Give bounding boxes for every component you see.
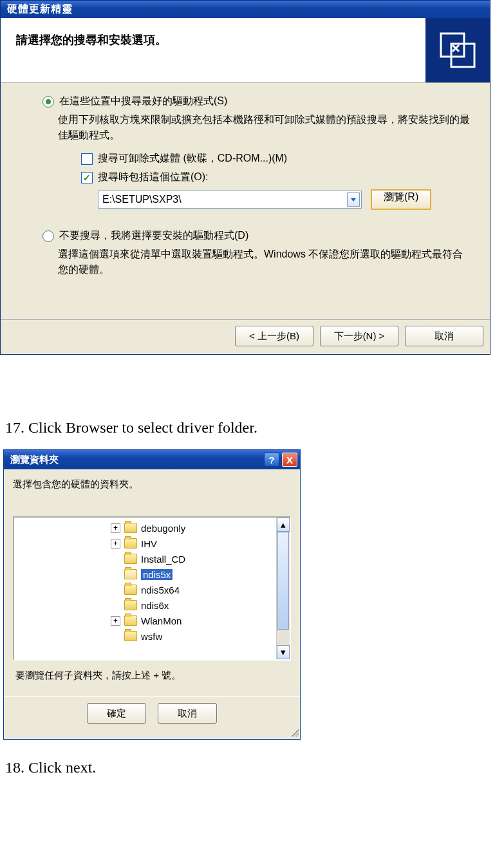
chevron-down-icon[interactable] [347, 192, 360, 207]
folder-icon [124, 615, 137, 626]
browse-footer: 確定 取消 [4, 696, 300, 727]
expand-icon[interactable]: + [111, 616, 120, 626]
folder-tree: +debugonly+IHVInstall_CDndis5xndis5x64nd… [13, 516, 291, 661]
ok-button[interactable]: 確定 [87, 703, 146, 724]
location-row: E:\SETUP\SXP3\ 瀏覽(R) [98, 189, 471, 210]
browse-button-label: 瀏覽(R) [384, 191, 418, 202]
tree-item[interactable]: ndis5x [111, 567, 275, 582]
cancel-button[interactable]: 取消 [405, 326, 483, 346]
tree-scrollbar[interactable]: ▴ ▾ [276, 518, 290, 659]
wizard-footer: < 上一步(B) 下一步(N) > 取消 [1, 319, 490, 354]
wizard-title: 硬體更新精靈 [7, 3, 73, 14]
location-value: E:\SETUP\SXP3\ [102, 194, 182, 205]
folder-icon [124, 569, 137, 579]
step-17-text: 17. Click Browser to select driver folde… [5, 419, 504, 436]
browse-title-bar[interactable]: 瀏覽資料夾 ? X [4, 450, 300, 469]
grip-icon [290, 727, 299, 736]
browse-folder-dialog: 瀏覽資料夾 ? X 選擇包含您的硬體的資料夾。 +debugonly+IHVIn… [3, 449, 301, 740]
wizard-body: 在這些位置中搜尋最好的驅動程式(S) 使用下列核取方塊來限制或擴充包括本機路徑和… [1, 83, 490, 319]
radio-search-desc: 使用下列核取方塊來限制或擴充包括本機路徑和可卸除式媒體的預設搜尋，將安裝找到的最… [58, 112, 471, 143]
radio-manual-select[interactable]: 不要搜尋，我將選擇要安裝的驅動程式(D) [42, 229, 471, 243]
browse-body: 選擇包含您的硬體的資料夾。 +debugonly+IHVInstall_CDnd… [4, 469, 300, 696]
folder-icon [124, 554, 137, 564]
expand-icon[interactable]: + [111, 539, 120, 549]
tree-item-label: WlanMon [141, 615, 182, 626]
scroll-up-icon[interactable]: ▴ [277, 518, 290, 532]
tree-item-label: IHV [141, 538, 157, 549]
tree-item[interactable]: Install_CD [111, 551, 275, 567]
radio-manual-desc: 選擇這個選項來從清單中選取裝置驅動程式。Windows 不保證您所選取的驅動程式… [58, 247, 471, 277]
radio-icon [42, 230, 54, 242]
wizard-title-bar[interactable]: 硬體更新精靈 [1, 1, 490, 18]
browse-hint: 要瀏覽任何子資料夾，請按上述 + 號。 [15, 670, 291, 682]
cancel-button[interactable]: 取消 [158, 703, 217, 724]
radio-search-best[interactable]: 在這些位置中搜尋最好的驅動程式(S) [42, 95, 471, 108]
folder-icon [124, 585, 137, 595]
scroll-down-icon[interactable]: ▾ [277, 645, 290, 659]
radio-label: 不要搜尋，我將選擇要安裝的驅動程式(D) [59, 229, 248, 243]
tree-item-label: wsfw [141, 631, 162, 642]
tree-item[interactable]: wsfw [111, 628, 275, 644]
title-icons: ? X [264, 453, 297, 467]
step-18-text: 18. Click next. [5, 759, 504, 776]
tree-item[interactable]: +debugonly [111, 520, 275, 536]
back-button[interactable]: < 上一步(B) [235, 326, 313, 346]
checkbox-include-location[interactable]: 搜尋時包括這個位置(O): [81, 171, 471, 184]
folder-icon [124, 523, 137, 533]
next-button[interactable]: 下一步(N) > [320, 326, 398, 346]
scroll-thumb[interactable] [277, 532, 289, 630]
browse-prompt: 選擇包含您的硬體的資料夾。 [13, 478, 291, 491]
checkbox-icon [81, 153, 93, 165]
tree-item[interactable]: +IHV [111, 536, 275, 551]
tree-item[interactable]: ndis5x64 [111, 582, 275, 597]
folder-tree-list[interactable]: +debugonly+IHVInstall_CDndis5xndis5x64nd… [14, 518, 276, 659]
wizard-header: 請選擇您的搜尋和安裝選項。 [1, 18, 490, 83]
checkbox-label: 搜尋時包括這個位置(O): [98, 171, 209, 184]
wizard-header-text: 請選擇您的搜尋和安裝選項。 [1, 18, 425, 82]
browse-title: 瀏覽資料夾 [10, 454, 59, 466]
help-icon[interactable]: ? [264, 453, 279, 467]
checkbox-icon [81, 172, 93, 183]
radio-icon [42, 96, 54, 108]
checkbox-removable-media[interactable]: 搜尋可卸除式媒體 (軟碟，CD-ROM...)(M) [81, 152, 471, 165]
location-combobox[interactable]: E:\SETUP\SXP3\ [98, 191, 362, 209]
expand-icon[interactable]: + [111, 523, 120, 533]
resize-grip[interactable] [4, 727, 300, 739]
tree-item-label: ndis5x [141, 569, 173, 580]
tree-item[interactable]: ndis6x [111, 597, 275, 613]
wizard-banner-icon [425, 18, 490, 82]
hardware-update-wizard: 硬體更新精靈 請選擇您的搜尋和安裝選項。 在這些位置中搜尋最好的驅動程式(S) … [0, 0, 490, 355]
tree-item-label: ndis6x [141, 600, 169, 611]
checkbox-label: 搜尋可卸除式媒體 (軟碟，CD-ROM...)(M) [98, 152, 287, 165]
tree-item[interactable]: +WlanMon [111, 613, 275, 628]
tree-item-label: ndis5x64 [141, 585, 180, 595]
folder-icon [124, 600, 137, 610]
close-icon[interactable]: X [282, 453, 297, 467]
folder-icon [124, 538, 137, 549]
radio-label: 在這些位置中搜尋最好的驅動程式(S) [59, 95, 227, 108]
browse-button[interactable]: 瀏覽(R) [371, 189, 431, 210]
tree-item-label: debugonly [141, 523, 185, 534]
folder-icon [124, 631, 137, 641]
tree-item-label: Install_CD [141, 554, 185, 565]
